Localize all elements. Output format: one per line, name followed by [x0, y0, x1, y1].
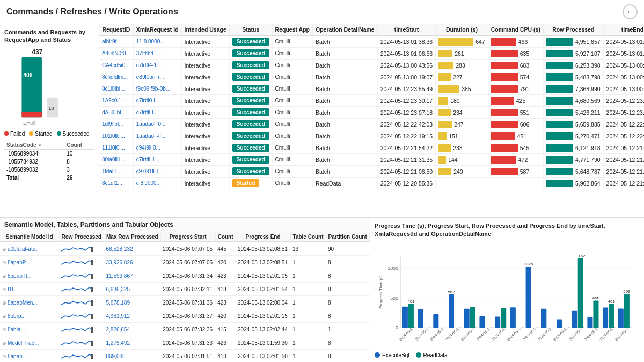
bottom-left-title: Semantic Model, Tables, Partitions and T… [0, 218, 370, 232]
table-row[interactable]: ⊕Model Trab...1,275,4922024-05-06 07:31:… [0, 336, 370, 350]
expand-icon[interactable]: ⊕ [2, 260, 6, 265]
status-cell: Succeeded [229, 71, 272, 83]
sparkline [61, 297, 93, 307]
table-row[interactable]: ⊖a0blalat-atat68,528,2322024-05-06 07:07… [0, 242, 370, 256]
model-id-label: 8apapMen... [8, 300, 38, 306]
svg-rect-11 [91, 300, 93, 306]
table-row[interactable]: 1dl9llbl...1aadaoll 0...InteractiveSucce… [99, 119, 644, 130]
cpu-cell: 545 [488, 142, 543, 154]
table-row[interactable]: ⊕8apapMen...5,678,1892024-05-06 07:31:36… [0, 296, 370, 309]
sparkline [61, 257, 93, 267]
duration-bar [438, 62, 453, 69]
table-row[interactable]: 80la0ll1...c7lrttll-1...InteractiveSucce… [99, 154, 644, 166]
table-row[interactable]: 8chdldlm...e89l0bnl r...InteractiveSucce… [99, 71, 644, 83]
sparkline-cell [59, 269, 104, 283]
table-row[interactable]: CA4cd5i0...c7lrttl4-1...InteractiveSucce… [99, 60, 644, 71]
table-row[interactable]: 101l0lbl...1aadaoll-lI...InteractiveSucc… [99, 130, 644, 142]
usage-cell: Interactive [181, 60, 229, 71]
progress-end-cell: 2024-05-13 02:08:51 [236, 256, 290, 269]
sc-count: 3 [64, 166, 94, 174]
read-data-legend: ReadData [416, 352, 448, 358]
expand-icon[interactable]: ⊕ [2, 300, 6, 306]
sparkline-cell [59, 336, 104, 350]
svg-text:1025: 1025 [524, 262, 533, 267]
main-table-panel[interactable]: RequestIDXmlaRequest Idintended UsageSta… [99, 24, 644, 217]
progress-end-cell: 2024-05-13 02:01:15 [236, 309, 290, 323]
row-processed-cell: 6,253,398 [543, 60, 603, 71]
sparkline [61, 324, 93, 334]
max-row-cell: 4,981,912 [104, 309, 160, 323]
expand-icon[interactable]: ⊖ [2, 247, 6, 252]
expand-icon[interactable]: ⊕ [2, 341, 6, 346]
cpu-bar [491, 121, 518, 128]
status-badge: Succeeded [232, 144, 269, 152]
model-id-cell: ⊕8apapMen... [0, 296, 59, 309]
table-row[interactable]: 1A9c0l1l...c7lrttl0-l...InteractiveSucce… [99, 95, 644, 107]
row-processed-cell: 4,771,790 [543, 154, 603, 166]
rp-bar [546, 168, 573, 175]
op-cell: Batch [312, 48, 377, 60]
req-id-cell: dA8l0lbl... [99, 107, 133, 119]
time-start-cell: 2024-05-13 01:06:53 [377, 48, 436, 60]
app-cell: Cmulli [272, 119, 312, 130]
table-row[interactable]: dA8l0lbl...c7lrttll-l...InteractiveSucce… [99, 107, 644, 119]
main-table-header: Command CPU (s) [488, 24, 543, 35]
table-row[interactable]: 8c1dl1...c 8l9000...InteractiveStartedCm… [99, 178, 644, 189]
status-badge: Succeeded [232, 73, 269, 81]
progress-start-cell: 2024-05-06 07:31:36 [160, 296, 215, 309]
expand-icon[interactable]: ⊕ [2, 327, 6, 333]
usage-cell: Interactive [181, 48, 229, 60]
cpu-bar [491, 156, 516, 164]
table-row[interactable]: A40bN0f0...37lttlb4-l...InteractiveSucce… [99, 48, 644, 60]
model-id-label: 8ubrp... [8, 313, 26, 319]
table-row[interactable]: 8c1l0lbl...f9c09lf9b-0b...InteractiveSuc… [99, 83, 644, 95]
table-row[interactable]: ⊕8apapTt...11,599,8672024-05-06 07:31:34… [0, 269, 370, 283]
status-cell: Succeeded [229, 154, 272, 166]
duration-bar [438, 38, 473, 46]
expand-icon[interactable]: ⊕ [2, 354, 6, 359]
max-row-cell: 869,085 [104, 350, 160, 363]
expand-icon[interactable]: ⊕ [2, 274, 6, 279]
time-start-cell: 2024-05-13 00:19:07 [377, 71, 436, 83]
read-data-bar [408, 304, 414, 328]
model-id-label: 8apapP... [8, 260, 30, 265]
bottom-left-panel[interactable]: Semantic Model, Tables, Partitions and T… [0, 218, 370, 362]
table-row[interactable]: ⊕8apapP...33,926,8262024-05-06 07:07:054… [0, 256, 370, 269]
op-cell: Batch [312, 95, 377, 107]
rp-bar [546, 50, 573, 57]
execute-sql-bar [603, 307, 608, 328]
row-processed-cell: 5,270,471 [543, 130, 603, 142]
table-row[interactable]: ⊕8apap...869,0852024-05-06 07:31:5141820… [0, 350, 370, 363]
rp-bar [546, 121, 573, 128]
app-cell: Cmulli [272, 178, 312, 189]
expand-icon[interactable]: ⊕ [2, 314, 6, 319]
execute-sql-bar [449, 294, 454, 328]
cpu-cell: 635 [488, 48, 543, 60]
table-row[interactable]: 111l0l0l...c94l9ll 0...InteractiveSuccee… [99, 142, 644, 154]
count-cell: 423 [215, 296, 236, 309]
op-cell: Batch [312, 83, 377, 95]
row-processed-cell: 5,648,787 [543, 166, 603, 178]
cpu-cell: 791 [488, 83, 543, 95]
expand-icon[interactable]: ⊕ [2, 287, 6, 292]
svg-rect-8 [91, 260, 93, 265]
duration-cell: 647 [436, 35, 488, 48]
duration-cell: 144 [436, 154, 488, 166]
back-button[interactable]: ← [623, 4, 638, 19]
main-table-header: Duration (s) [436, 24, 488, 35]
main-table: RequestIDXmlaRequest Idintended UsageSta… [99, 24, 644, 189]
table-row[interactable]: alhlr9f...11 8.0000...InteractiveSucceed… [99, 35, 644, 48]
legend-failed: Failed [4, 131, 25, 137]
top-section: Commands and Requests by RequestApp and … [0, 24, 644, 217]
xmla-id-cell: c7lrttl4-1... [133, 60, 181, 71]
execute-sql-bar [618, 308, 624, 328]
time-start-cell: 2024-05-12 21:31:35 [377, 154, 436, 166]
rp-bar [546, 73, 573, 81]
table-row[interactable]: 1ldall1...c97l91ll-1...InteractiveSuccee… [99, 166, 644, 178]
table-row[interactable]: ⊕8ubrp...4,981,9122024-05-06 07:31:37420… [0, 309, 370, 323]
grouped-bar-chart: 05001000Progress Time (s)4012024-05-1...… [375, 243, 640, 349]
table-row[interactable]: ⊕f1l6,636,3252024-05-06 07:32:114182024-… [0, 283, 370, 296]
table-row[interactable]: ⊕8ablal...2,826,6542024-05-06 07:32:3641… [0, 323, 370, 336]
duration-cell [436, 178, 488, 189]
status-cell: Succeeded [229, 107, 272, 119]
